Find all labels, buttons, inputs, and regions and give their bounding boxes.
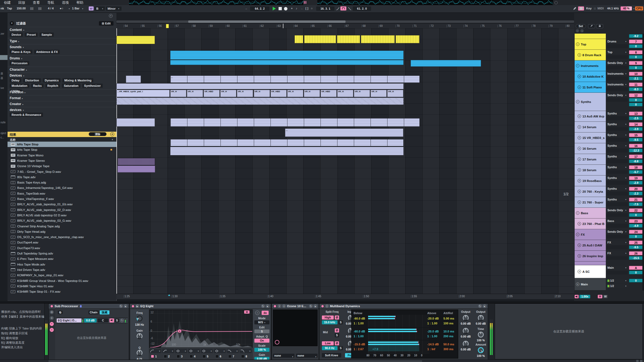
browser-item[interactable]: ✓Bass_InharmonicTapestop_146_G#.wav (8, 185, 116, 191)
gain-knob[interactable] (137, 333, 143, 339)
track-fold-icon[interactable]: ▾ (578, 222, 581, 225)
sidechain-select-2[interactable]: none ▼ (296, 354, 318, 358)
bar-number[interactable]: 74 (464, 25, 468, 27)
track-name[interactable]: 26 Inspire Imp (582, 255, 603, 258)
track-routing-select[interactable]: Top▼ (606, 50, 628, 54)
browser-item[interactable]: Hot Driven Tape.adv (8, 267, 116, 273)
eq-band-toggle[interactable] (202, 355, 206, 358)
arrangement-clip-vr[interactable]: VR_H (254, 90, 270, 97)
high-band-button[interactable]: High (322, 316, 334, 320)
arrangement-clip[interactable] (304, 35, 336, 43)
tap-tempo-button[interactable]: Tap (7, 7, 12, 10)
track-input-box[interactable] (606, 66, 628, 70)
track-volume-field[interactable]: -2.5 (629, 116, 643, 120)
device-title-bar[interactable]: Sub Proccessor ↻ ■ (49, 304, 129, 309)
track-name-cell[interactable]: ≡Top (575, 39, 606, 50)
save-preset-icon[interactable]: ■ (124, 304, 127, 308)
bar-number[interactable]: 54 (124, 25, 128, 27)
time-signature-field[interactable]: 4 / 4 (48, 7, 54, 10)
track-number-chip[interactable]: 23 (629, 219, 643, 223)
track-name[interactable]: 20 760 - Keyta (582, 190, 603, 193)
arrangement-clip-vr[interactable]: VR_H (170, 90, 186, 97)
arrangement-clip-vr[interactable]: VR_H (371, 90, 387, 97)
filter-section-label[interactable]: Creator ► (10, 102, 24, 106)
spectrum-toggle-icon[interactable]: ılıι (262, 311, 269, 315)
arrangement-clip[interactable] (170, 60, 404, 65)
overview-thumb[interactable] (188, 20, 346, 23)
track-name[interactable]: Synths (581, 100, 591, 103)
track-name-cell[interactable]: ▾Main (575, 278, 606, 291)
arrangement-clip-vr[interactable]: VR_H (387, 90, 403, 97)
track-routing-select[interactable]: FX▼ (606, 241, 628, 245)
below-thr-mid[interactable]: -60.0 dB (354, 330, 365, 333)
track-number-chip[interactable]: 16 (629, 144, 643, 148)
list-name-header[interactable]: 名称 ▲ (8, 137, 116, 142)
browser-item[interactable]: ✓BRLY_ALVE_stab_tapestop_03_G.wav (8, 218, 116, 223)
filter-chip[interactable]: Piano & Keys (10, 50, 32, 54)
mid-solo-button[interactable]: S (335, 333, 339, 337)
track-input-box[interactable] (606, 127, 628, 131)
track-number-chip[interactable]: 19 (629, 176, 643, 180)
track-routing-select[interactable]: Synths▼ (606, 198, 628, 202)
lock-button[interactable] (596, 24, 603, 28)
track-name[interactable]: Top (581, 43, 586, 46)
output-value-high[interactable]: 0.00 dB (458, 322, 473, 325)
track-routing-select[interactable]: Sends Only▼ (606, 61, 628, 65)
track-name-cell[interactable] (575, 34, 606, 39)
track-number-chip[interactable]: 24 (629, 230, 643, 234)
filter-chip[interactable]: Device (10, 33, 23, 37)
output-knob-mid[interactable] (463, 328, 469, 334)
track-routing-select[interactable]: Synths▼ (606, 122, 628, 126)
arrangement-grid[interactable]: ......VR_HBD3_synth_pad_l...VR_HVR_HVR_H… (116, 28, 574, 294)
device-title-bar[interactable]: ▼ Multiband Dynamics ↻ ■ (319, 304, 488, 309)
device-on-led[interactable] (273, 305, 276, 308)
follow-button[interactable]: → (245, 7, 248, 10)
device-on-led[interactable] (321, 305, 324, 308)
time-ruler[interactable]: 1:251:301:351:401:451:501:552:002:052:10 (116, 294, 574, 299)
bar-number[interactable]: 67 (345, 25, 349, 27)
track-volume-field[interactable]: 0 (629, 235, 643, 238)
filter-chip[interactable]: Distortion (23, 78, 41, 83)
track-input-box[interactable] (606, 202, 628, 206)
track-fold-icon[interactable]: ▾ (576, 282, 579, 286)
punch-in-field[interactable]: 16. 3. 1 (316, 6, 335, 11)
track-input-box[interactable] (606, 213, 628, 217)
q-knob[interactable] (137, 350, 143, 356)
low-power-button[interactable]: Ø (335, 341, 339, 345)
track-number-chip[interactable]: 11 (629, 83, 643, 87)
track-volume-field[interactable]: -12.3 (629, 149, 643, 152)
hide-button[interactable]: 隐藏 (100, 310, 109, 314)
arrangement-clip-vr[interactable]: VR_HBD (204, 90, 220, 97)
filter-chip[interactable]: Saturation (62, 84, 80, 88)
track-width-w-button[interactable]: W (603, 295, 608, 298)
browser-item[interactable]: ✓BRLY_ALVE_stab_tapestop_01_Eb.wav (8, 202, 116, 207)
speaker-icon[interactable] (575, 295, 579, 298)
track-routing-select[interactable]: Synths▼ (606, 133, 628, 137)
section-caret-icon[interactable]: ► (22, 98, 23, 99)
track-fold-icon[interactable]: ▾ (578, 157, 581, 161)
session-circle-icon[interactable] (554, 1, 558, 4)
menu-item-4[interactable]: 选项 (58, 0, 73, 5)
track-number-chip[interactable]: 12 (629, 93, 643, 97)
eq-band-toggle[interactable] (228, 355, 232, 358)
chain-solo-button[interactable]: S (115, 318, 119, 322)
output-knob-low[interactable] (463, 341, 469, 347)
browser-item[interactable]: ✓Bass_VitalTapestop_F.wav (8, 196, 116, 202)
arrangement-clip[interactable] (118, 166, 155, 173)
output-knob-high[interactable] (463, 315, 469, 321)
eq-band-toggle[interactable] (215, 355, 219, 358)
filter-section-label[interactable]: Sounds ▼ (10, 45, 24, 49)
eq-band-type-select[interactable]: ▼ (149, 349, 161, 353)
group-fold-icon[interactable]: ≡ (576, 100, 579, 103)
device-on-led[interactable] (131, 305, 134, 308)
section-caret-icon[interactable]: ► (24, 92, 26, 94)
track-name[interactable]: 13 Au5 AW Arp (582, 115, 604, 118)
rack-macro-icon[interactable]: ◎ (50, 310, 54, 314)
arrangement-clip[interactable]: ... (170, 76, 420, 83)
track-number-chip[interactable]: 20 (629, 187, 643, 191)
track-number-chip[interactable]: 25 (629, 241, 643, 245)
track-input-box[interactable] (606, 224, 628, 228)
hot-swap-icon[interactable]: ↻ (119, 304, 123, 308)
device-area-divider[interactable] (0, 301, 644, 303)
browser-item[interactable]: VSTkHs Tape Stop (8, 147, 116, 152)
